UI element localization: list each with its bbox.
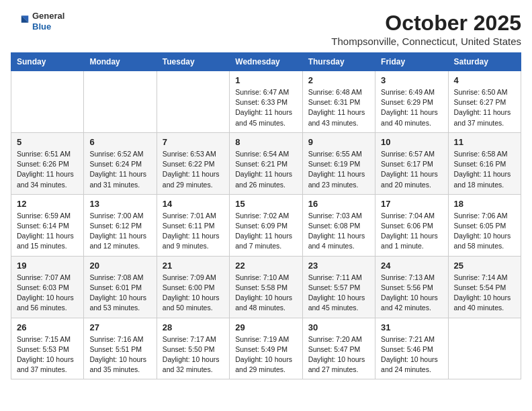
day-number: 4 [454, 75, 515, 85]
day-cell-1-7: 4Sunrise: 6:50 AM Sunset: 6:27 PM Daylig… [448, 71, 521, 133]
day-info: Sunrise: 7:04 AM Sunset: 6:06 PM Dayligh… [381, 211, 442, 252]
day-cell-4-2: 20Sunrise: 7:08 AM Sunset: 6:01 PM Dayli… [84, 256, 157, 318]
day-info: Sunrise: 7:08 AM Sunset: 6:01 PM Dayligh… [89, 273, 150, 314]
day-cell-3-7: 18Sunrise: 7:06 AM Sunset: 6:05 PM Dayli… [448, 194, 521, 256]
day-cell-3-2: 13Sunrise: 7:00 AM Sunset: 6:12 PM Dayli… [84, 194, 157, 256]
day-number: 24 [381, 261, 442, 271]
day-cell-5-2: 27Sunrise: 7:16 AM Sunset: 5:51 PM Dayli… [84, 318, 157, 379]
day-info: Sunrise: 6:47 AM Sunset: 6:33 PM Dayligh… [235, 87, 296, 128]
day-info: Sunrise: 7:10 AM Sunset: 5:58 PM Dayligh… [235, 273, 296, 314]
day-cell-5-6: 31Sunrise: 7:21 AM Sunset: 5:46 PM Dayli… [375, 318, 448, 379]
day-info: Sunrise: 6:55 AM Sunset: 6:19 PM Dayligh… [308, 149, 369, 190]
logo: General Blue [11, 11, 64, 32]
day-number: 5 [17, 137, 78, 147]
page-header: General Blue October 2025 Thompsonville,… [11, 11, 521, 47]
col-wednesday: Wednesday [230, 53, 302, 71]
month-title: October 2025 [331, 11, 521, 36]
day-number: 8 [235, 137, 296, 147]
day-number: 19 [17, 261, 78, 271]
day-cell-2-2: 6Sunrise: 6:52 AM Sunset: 6:24 PM Daylig… [84, 132, 157, 194]
day-cell-3-6: 17Sunrise: 7:04 AM Sunset: 6:06 PM Dayli… [375, 194, 448, 256]
day-info: Sunrise: 7:01 AM Sunset: 6:11 PM Dayligh… [163, 211, 224, 252]
day-number: 21 [163, 261, 224, 271]
day-info: Sunrise: 7:11 AM Sunset: 5:57 PM Dayligh… [308, 273, 369, 314]
day-info: Sunrise: 7:21 AM Sunset: 5:46 PM Dayligh… [381, 334, 442, 375]
day-number: 17 [381, 199, 442, 209]
day-info: Sunrise: 7:06 AM Sunset: 6:05 PM Dayligh… [454, 211, 515, 252]
col-friday: Friday [375, 53, 448, 71]
day-number: 3 [381, 75, 442, 85]
day-cell-1-3 [157, 71, 229, 133]
day-info: Sunrise: 7:09 AM Sunset: 6:00 PM Dayligh… [163, 273, 224, 314]
logo-general-text: General [32, 11, 64, 21]
day-info: Sunrise: 7:07 AM Sunset: 6:03 PM Dayligh… [17, 273, 78, 314]
week-row-5: 26Sunrise: 7:15 AM Sunset: 5:53 PM Dayli… [11, 318, 521, 379]
day-cell-1-2 [84, 71, 157, 133]
day-cell-4-4: 22Sunrise: 7:10 AM Sunset: 5:58 PM Dayli… [230, 256, 302, 318]
day-cell-3-5: 16Sunrise: 7:03 AM Sunset: 6:08 PM Dayli… [302, 194, 375, 256]
day-cell-4-5: 23Sunrise: 7:11 AM Sunset: 5:57 PM Dayli… [302, 256, 375, 318]
day-number: 13 [89, 199, 150, 209]
day-number: 2 [308, 75, 369, 85]
col-monday: Monday [84, 53, 157, 71]
day-cell-5-1: 26Sunrise: 7:15 AM Sunset: 5:53 PM Dayli… [11, 318, 84, 379]
day-number: 29 [235, 322, 296, 332]
day-info: Sunrise: 7:19 AM Sunset: 5:49 PM Dayligh… [235, 334, 296, 375]
day-cell-1-6: 3Sunrise: 6:49 AM Sunset: 6:29 PM Daylig… [375, 71, 448, 133]
day-number: 27 [89, 322, 150, 332]
day-number: 10 [381, 137, 442, 147]
day-cell-2-6: 10Sunrise: 6:57 AM Sunset: 6:17 PM Dayli… [375, 132, 448, 194]
day-info: Sunrise: 7:15 AM Sunset: 5:53 PM Dayligh… [17, 334, 78, 375]
logo-blue-text: Blue [32, 21, 64, 32]
calendar-table: Sunday Monday Tuesday Wednesday Thursday… [11, 52, 521, 379]
day-info: Sunrise: 7:03 AM Sunset: 6:08 PM Dayligh… [308, 211, 369, 252]
day-cell-2-3: 7Sunrise: 6:53 AM Sunset: 6:22 PM Daylig… [157, 132, 229, 194]
day-number: 23 [308, 261, 369, 271]
day-info: Sunrise: 7:17 AM Sunset: 5:50 PM Dayligh… [163, 334, 224, 375]
day-cell-2-7: 11Sunrise: 6:58 AM Sunset: 6:16 PM Dayli… [448, 132, 521, 194]
day-number: 14 [163, 199, 224, 209]
day-info: Sunrise: 6:59 AM Sunset: 6:14 PM Dayligh… [17, 211, 78, 252]
day-info: Sunrise: 6:52 AM Sunset: 6:24 PM Dayligh… [89, 149, 150, 190]
day-info: Sunrise: 6:50 AM Sunset: 6:27 PM Dayligh… [454, 87, 515, 128]
day-number: 12 [17, 199, 78, 209]
day-number: 18 [454, 199, 515, 209]
day-cell-3-3: 14Sunrise: 7:01 AM Sunset: 6:11 PM Dayli… [157, 194, 229, 256]
day-cell-1-4: 1Sunrise: 6:47 AM Sunset: 6:33 PM Daylig… [230, 71, 302, 133]
day-cell-4-1: 19Sunrise: 7:07 AM Sunset: 6:03 PM Dayli… [11, 256, 84, 318]
day-number: 28 [163, 322, 224, 332]
day-number: 11 [454, 137, 515, 147]
col-tuesday: Tuesday [157, 53, 229, 71]
day-number: 26 [17, 322, 78, 332]
day-info: Sunrise: 6:53 AM Sunset: 6:22 PM Dayligh… [163, 149, 224, 190]
day-info: Sunrise: 6:58 AM Sunset: 6:16 PM Dayligh… [454, 149, 515, 190]
day-info: Sunrise: 7:00 AM Sunset: 6:12 PM Dayligh… [89, 211, 150, 252]
col-saturday: Saturday [448, 53, 521, 71]
day-cell-3-4: 15Sunrise: 7:02 AM Sunset: 6:09 PM Dayli… [230, 194, 302, 256]
week-row-4: 19Sunrise: 7:07 AM Sunset: 6:03 PM Dayli… [11, 256, 521, 318]
col-thursday: Thursday [302, 53, 375, 71]
day-cell-5-4: 29Sunrise: 7:19 AM Sunset: 5:49 PM Dayli… [230, 318, 302, 379]
day-number: 6 [89, 137, 150, 147]
day-number: 7 [163, 137, 224, 147]
day-number: 30 [308, 322, 369, 332]
location-subtitle: Thompsonville, Connecticut, United State… [331, 36, 521, 47]
day-cell-2-5: 9Sunrise: 6:55 AM Sunset: 6:19 PM Daylig… [302, 132, 375, 194]
title-block: October 2025 Thompsonville, Connecticut,… [331, 11, 521, 47]
day-cell-4-6: 24Sunrise: 7:13 AM Sunset: 5:56 PM Dayli… [375, 256, 448, 318]
day-number: 22 [235, 261, 296, 271]
logo-icon [11, 12, 30, 31]
day-info: Sunrise: 7:13 AM Sunset: 5:56 PM Dayligh… [381, 273, 442, 314]
day-cell-4-3: 21Sunrise: 7:09 AM Sunset: 6:00 PM Dayli… [157, 256, 229, 318]
col-sunday: Sunday [11, 53, 84, 71]
day-number: 1 [235, 75, 296, 85]
day-number: 15 [235, 199, 296, 209]
day-number: 31 [381, 322, 442, 332]
day-info: Sunrise: 6:49 AM Sunset: 6:29 PM Dayligh… [381, 87, 442, 128]
day-info: Sunrise: 7:14 AM Sunset: 5:54 PM Dayligh… [454, 273, 515, 314]
day-number: 25 [454, 261, 515, 271]
day-cell-5-5: 30Sunrise: 7:20 AM Sunset: 5:47 PM Dayli… [302, 318, 375, 379]
calendar-header: Sunday Monday Tuesday Wednesday Thursday… [11, 53, 521, 71]
day-cell-2-4: 8Sunrise: 6:54 AM Sunset: 6:21 PM Daylig… [230, 132, 302, 194]
day-cell-1-5: 2Sunrise: 6:48 AM Sunset: 6:31 PM Daylig… [302, 71, 375, 133]
